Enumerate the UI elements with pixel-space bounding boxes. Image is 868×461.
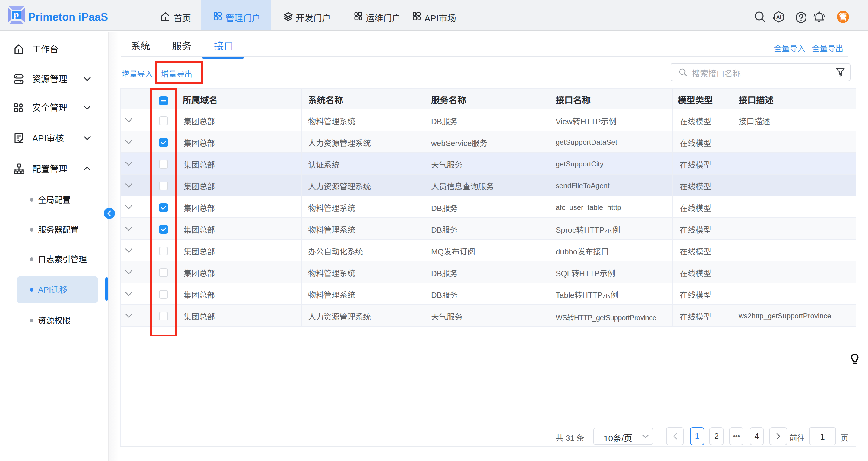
svg-text:p: p (13, 10, 19, 19)
svg-text:AI: AI (776, 14, 781, 20)
